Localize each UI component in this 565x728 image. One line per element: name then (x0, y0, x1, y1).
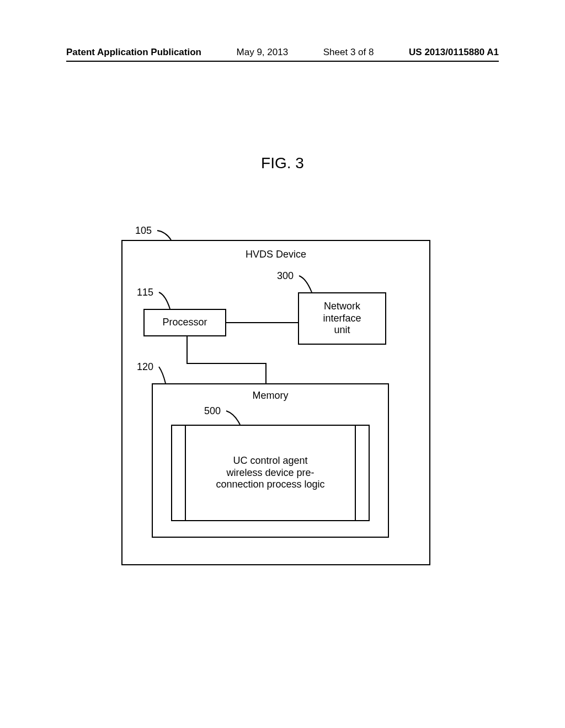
logic-line-1: UC control agent (233, 455, 307, 467)
logic-right-bar (355, 425, 356, 521)
publication-number: US 2013/0115880 A1 (409, 47, 499, 58)
ref-120: 120 (137, 361, 153, 373)
network-interface-box: Network interface unit (298, 292, 386, 345)
network-line-2: interface (323, 313, 361, 325)
figure-label: FIG. 3 (0, 154, 565, 172)
publication-label: Patent Application Publication (66, 47, 201, 58)
network-line-1: Network (324, 301, 360, 313)
ref-300: 300 (277, 270, 294, 282)
logic-line-3: connection process logic (216, 479, 324, 491)
processor-label: Processor (162, 317, 207, 329)
memory-label: Memory (153, 390, 388, 402)
network-line-3: unit (334, 324, 350, 336)
page: Patent Application Publication May 9, 20… (0, 0, 565, 728)
logic-left-bar (185, 425, 186, 521)
ref-500: 500 (204, 405, 221, 417)
processor-box: Processor (143, 309, 226, 336)
publication-date: May 9, 2013 (237, 47, 289, 58)
proc-mem-h (186, 363, 266, 364)
proc-net-line (226, 322, 298, 323)
sheet-label: Sheet 3 of 8 (323, 47, 374, 58)
ref-115: 115 (137, 287, 153, 298)
logic-line-2: wireless device pre- (226, 467, 314, 479)
proc-mem-v2 (265, 363, 266, 383)
logic-box: UC control agent wireless device pre- co… (171, 425, 370, 521)
ref-105: 105 (135, 225, 152, 237)
header-rule (66, 61, 499, 62)
page-header: Patent Application Publication May 9, 20… (66, 47, 499, 58)
hvds-device-title: HVDS Device (122, 249, 429, 260)
proc-mem-v (186, 336, 188, 364)
